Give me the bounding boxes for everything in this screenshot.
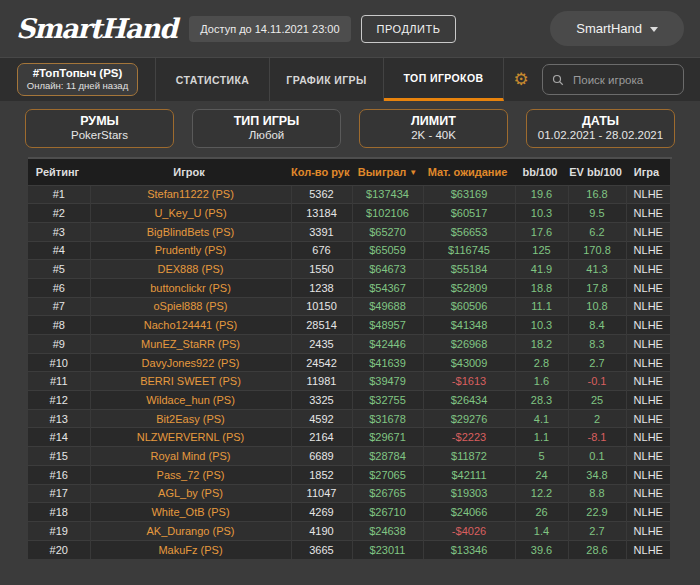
player-link[interactable]: NLZWERVERNL (PS) <box>90 428 291 447</box>
player-link[interactable]: BERRI SWEET (PS) <box>90 372 291 391</box>
player-link[interactable]: Pass_72 (PS) <box>90 465 291 484</box>
player-link[interactable]: buttonclickr (PS) <box>90 278 291 297</box>
player-link[interactable]: MakuFz (PS) <box>90 540 291 559</box>
game-cell: NLHE <box>626 204 670 223</box>
player-link[interactable]: oSpiel888 (PS) <box>90 297 291 316</box>
hands-cell: 13184 <box>291 204 352 223</box>
player-link[interactable]: Stefan11222 (PS) <box>90 185 291 204</box>
rank-cell: #3 <box>28 222 90 241</box>
tab-top-players[interactable]: ТОП ИГРОКОВ <box>384 58 504 101</box>
player-link[interactable]: White_OtB (PS) <box>90 503 291 522</box>
player-link[interactable]: AK_Durango (PS) <box>90 521 291 540</box>
game-cell: NLHE <box>626 335 670 354</box>
rank-cell: #14 <box>28 428 90 447</box>
bb100-cell: 125 <box>515 241 568 260</box>
player-link[interactable]: Royal Mind (PS) <box>90 447 291 466</box>
app-logo[interactable]: SmartHand <box>16 13 176 44</box>
club-section: #ТопТопыч (PS) Онлайн: 11 дней назад <box>0 58 156 101</box>
won-cell: $48957 <box>352 316 423 335</box>
table-row: #14 NLZWERVERNL (PS) 2164 $29671 -$2223 … <box>28 428 670 447</box>
table-row: #5 DEX888 (PS) 1550 $64673 $55184 41.9 4… <box>28 260 670 279</box>
ev-bb100-cell: 9.5 <box>568 204 626 223</box>
player-link[interactable]: Bit2Easy (PS) <box>90 409 291 428</box>
col-game-label: Игра <box>634 166 659 178</box>
filter-dates[interactable]: ДАТЫ 01.02.2021 - 28.02.2021 <box>526 109 675 148</box>
game-cell: NLHE <box>626 409 670 428</box>
rank-cell: #2 <box>28 204 90 223</box>
table-row: #18 White_OtB (PS) 4269 $26710 $24066 26… <box>28 503 670 522</box>
tab-game-graph[interactable]: ГРАФИК ИГРЫ <box>270 58 384 101</box>
bb100-cell: 17.6 <box>515 222 568 241</box>
table-row: #20 MakuFz (PS) 3665 $23011 $13346 39.6 … <box>28 540 670 559</box>
table-row: #15 Royal Mind (PS) 6689 $28784 $11872 5… <box>28 447 670 466</box>
col-bb100-label: bb/100 <box>523 166 558 178</box>
col-rating[interactable]: Рейтинг <box>28 159 90 185</box>
player-link[interactable]: MunEZ_StaRR (PS) <box>90 335 291 354</box>
col-expected-value[interactable]: Мат. ожидание <box>423 159 515 185</box>
game-cell: NLHE <box>626 260 670 279</box>
ev-bb100-cell: 8.8 <box>568 484 626 503</box>
ev-bb100-cell: 2.7 <box>568 521 626 540</box>
player-link[interactable]: Wildace_hun (PS) <box>90 391 291 410</box>
tab-statistics[interactable]: СТАТИСТИКА <box>156 58 270 101</box>
ev-money-cell: $60506 <box>423 297 515 316</box>
club-selector[interactable]: #ТопТопыч (PS) Онлайн: 11 дней назад <box>17 63 138 96</box>
ev-bb100-cell: 34.8 <box>568 465 626 484</box>
col-won[interactable]: Выиграл▼ <box>352 159 423 185</box>
ev-money-cell: $43009 <box>423 353 515 372</box>
game-cell: NLHE <box>626 372 670 391</box>
club-online-status: Онлайн: 11 дней назад <box>27 80 128 91</box>
table-row: #8 Nacho124441 (PS) 28514 $48957 $41348 … <box>28 316 670 335</box>
search-icon <box>552 74 564 86</box>
col-won-label: Выиграл <box>358 166 407 178</box>
player-link[interactable]: Nacho124441 (PS) <box>90 316 291 335</box>
won-cell: $65059 <box>352 241 423 260</box>
ev-bb100-cell: 0.1 <box>568 447 626 466</box>
ev-money-cell: -$2223 <box>423 428 515 447</box>
player-link[interactable]: U_Key_U (PS) <box>90 204 291 223</box>
col-hands[interactable]: Кол-во рук <box>291 159 352 185</box>
col-ev-bb100[interactable]: EV bb/100 <box>568 159 626 185</box>
access-expiry-badge: Доступ до 14.11.2021 23:00 <box>189 16 350 42</box>
won-cell: $29671 <box>352 428 423 447</box>
table-row: #16 Pass_72 (PS) 1852 $27065 $42111 24 3… <box>28 465 670 484</box>
player-link[interactable]: Prudently (PS) <box>90 241 291 260</box>
rank-cell: #9 <box>28 335 90 354</box>
extend-button[interactable]: ПРОДЛИТЬ <box>361 15 457 43</box>
ev-bb100-cell: 10.8 <box>568 297 626 316</box>
table-row: #2 U_Key_U (PS) 13184 $102106 $60517 10.… <box>28 204 670 223</box>
player-link[interactable]: AGL_by (PS) <box>90 484 291 503</box>
rank-cell: #4 <box>28 241 90 260</box>
hands-cell: 1550 <box>291 260 352 279</box>
account-menu-button[interactable]: SmartHand <box>550 11 684 46</box>
player-link[interactable]: BigBlindBets (PS) <box>90 222 291 241</box>
filter-game-type[interactable]: ТИП ИГРЫ Любой <box>192 109 341 148</box>
game-cell: NLHE <box>626 521 670 540</box>
ev-money-cell: $26434 <box>423 391 515 410</box>
won-cell: $32755 <box>352 391 423 410</box>
won-cell: $26710 <box>352 503 423 522</box>
tab-statistics-label: СТАТИСТИКА <box>176 74 249 86</box>
bb100-cell: 28.3 <box>515 391 568 410</box>
filter-limit[interactable]: ЛИМИТ 2K - 40K <box>359 109 508 148</box>
player-link[interactable]: DavyJones922 (PS) <box>90 353 291 372</box>
search-input[interactable] <box>571 73 674 87</box>
bb100-cell: 41.9 <box>515 260 568 279</box>
game-cell: NLHE <box>626 222 670 241</box>
player-link[interactable]: DEX888 (PS) <box>90 260 291 279</box>
search-box[interactable] <box>542 64 684 95</box>
bb100-cell: 5 <box>515 447 568 466</box>
rank-cell: #6 <box>28 278 90 297</box>
col-bb100[interactable]: bb/100 <box>515 159 568 185</box>
table-row: #10 DavyJones922 (PS) 24542 $41639 $4300… <box>28 353 670 372</box>
ev-bb100-cell: 17.8 <box>568 278 626 297</box>
top-players-table: Рейтинг Игрок Кол-во рук Выиграл▼ Мат. о… <box>28 159 670 559</box>
col-player[interactable]: Игрок <box>90 159 291 185</box>
ev-bb100-cell: 170.8 <box>568 241 626 260</box>
gear-icon[interactable]: ⚙ <box>504 58 538 101</box>
col-game[interactable]: Игра <box>626 159 670 185</box>
filter-rooms[interactable]: РУМЫ PokerStars <box>25 109 174 148</box>
ev-money-cell: $19303 <box>423 484 515 503</box>
filter-value: 01.02.2021 - 28.02.2021 <box>529 129 672 141</box>
won-cell: $65270 <box>352 222 423 241</box>
